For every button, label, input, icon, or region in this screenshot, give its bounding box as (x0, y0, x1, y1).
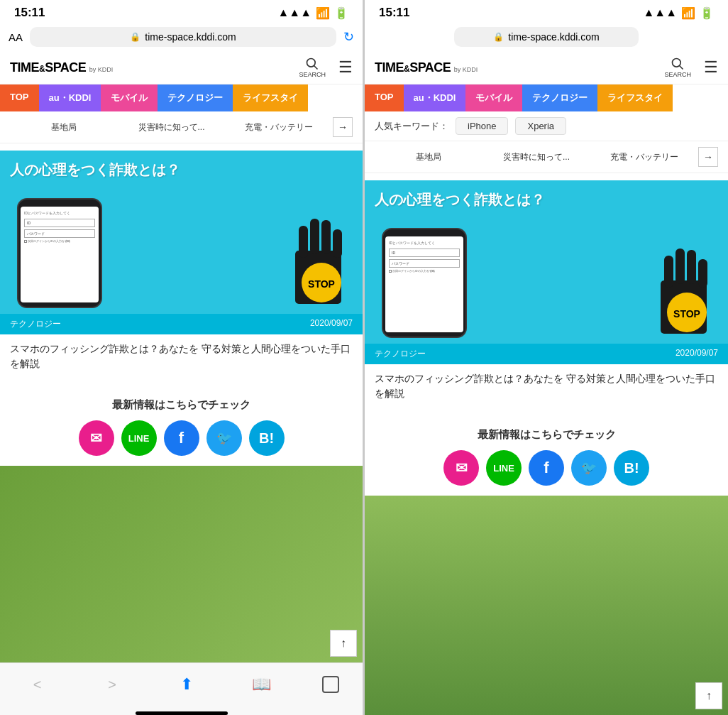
article-desc-left: スマホのフィッシング詐欺とは？あなたを 守る対策と人間心理をついた手口を解説 (0, 334, 363, 381)
hamburger-icon-right[interactable]: ☰ (704, 58, 718, 77)
logo-right: TIME&SPACE by KDDI (375, 60, 478, 75)
nav-tab-tech-left[interactable]: テクノロジー (158, 84, 233, 111)
nav-tab-top-right[interactable]: TOP (365, 84, 404, 111)
article-category-left: テクノロジー (10, 318, 61, 330)
site-header-right: TIME&SPACE by KDDI SEARCH ☰ (365, 51, 728, 84)
hamburger-icon-left[interactable]: ☰ (338, 58, 353, 77)
share-button-left[interactable]: ⬆ (172, 672, 201, 697)
email-share-button-left[interactable]: ✉ (79, 420, 114, 456)
checkbox-icon-left (24, 240, 27, 243)
nav-tab-life-left[interactable]: ライフスタイ (233, 84, 308, 111)
forward-button-left[interactable]: > (98, 672, 126, 697)
tabs-button-left[interactable] (322, 676, 339, 693)
scroll-arrow-right[interactable]: → (698, 147, 718, 167)
left-phone: 15:11 ▲▲▲ 📶 🔋 AA 🔒 time-space.kddi.com ↻… (0, 0, 363, 715)
keyword-iphone-right[interactable]: iPhone (456, 117, 508, 135)
social-section-left: 最新情報はこちらでチェック ✉ LINE f 🐦 B! (0, 388, 363, 466)
status-bar-right: 15:11 ▲▲▲ 📶 🔋 (365, 0, 728, 23)
social-buttons-right: ✉ LINE f 🐦 B! (375, 450, 718, 486)
back-button-left[interactable]: < (23, 672, 52, 697)
scroll-row-right: 基地局 災害時に知って... 充電・バッテリー → (365, 141, 728, 173)
svg-rect-5 (321, 220, 331, 254)
status-time-left: 15:11 (14, 6, 45, 20)
home-indicator-left (0, 711, 363, 715)
article-card-right[interactable]: 人の心理をつく詐欺とは？ IDとパスワードを入力してく ID パスワード 次回ロ… (365, 180, 728, 411)
lock-icon-right: 🔒 (493, 32, 504, 42)
scroll-row-left: 基地局 災害時に知って... 充電・バッテリー → (0, 111, 363, 143)
scroll-top-button-right[interactable]: ↑ (695, 682, 722, 709)
nav-tab-mobile-left[interactable]: モバイル (101, 84, 158, 111)
bookmarks-button-left[interactable]: 📖 (248, 672, 276, 697)
nav-tab-mobile-right[interactable]: モバイル (465, 84, 522, 111)
scroll-item-3-right[interactable]: 充電・バッテリー (590, 148, 698, 166)
keyword-xperia-right[interactable]: Xperia (515, 117, 566, 135)
line-share-button-right[interactable]: LINE (486, 450, 522, 486)
stop-label-left: STOP (308, 278, 335, 290)
twitter-share-button-right[interactable]: 🐦 (571, 450, 607, 486)
checkbox-icon-right (389, 270, 392, 273)
nav-tab-tech-right[interactable]: テクノロジー (522, 84, 597, 111)
bottom-nav-left: < > ⬆ 📖 (0, 662, 363, 711)
facebook-share-button-left[interactable]: f (164, 420, 199, 456)
phone-screen-left: IDとパスワードを入力してく ID パスワード 次回ログインからIDの入力を省略 (21, 207, 99, 302)
social-section-right: 最新情報はこちらでチェック ✉ LINE f 🐦 B! (365, 418, 728, 496)
wifi-icon: 📶 (316, 6, 330, 20)
article-date-left: 2020/09/07 (310, 318, 353, 330)
search-button-left[interactable]: SEARCH (299, 57, 326, 78)
url-text-left: time-space.kddi.com (145, 31, 236, 43)
scroll-item-1-left[interactable]: 基地局 (10, 119, 118, 136)
reload-icon[interactable]: ↻ (343, 29, 354, 45)
scroll-top-button-left[interactable]: ↑ (330, 630, 357, 657)
nav-tabs-right: TOP au・KDDI モバイル テクノロジー ライフスタイ (365, 84, 728, 111)
svg-point-8 (673, 59, 681, 67)
scroll-item-1-right[interactable]: 基地局 (375, 148, 482, 166)
nav-tab-life-right[interactable]: ライフスタイ (597, 84, 673, 111)
stop-hand-right: STOP (643, 241, 724, 344)
stop-hand-svg-right: STOP (643, 241, 724, 341)
scroll-item-2-right[interactable]: 災害時に知って... (482, 148, 590, 166)
home-bar-left (136, 711, 228, 715)
nav-tab-top-left[interactable]: TOP (0, 84, 39, 111)
battery-icon: 🔋 (334, 6, 348, 20)
hatena-share-button-right[interactable]: B! (614, 450, 649, 486)
email-share-button-right[interactable]: ✉ (443, 450, 479, 486)
twitter-share-button-left[interactable]: 🐦 (206, 420, 242, 456)
line-share-button-left[interactable]: LINE (121, 420, 157, 456)
search-button-right[interactable]: SEARCH (664, 57, 691, 78)
scroll-arrow-left[interactable]: → (333, 117, 353, 137)
hatena-share-button-left[interactable]: B! (249, 420, 285, 456)
svg-rect-3 (299, 226, 308, 258)
phone-pw-field-right: パスワード (389, 259, 460, 268)
search-label-left: SEARCH (299, 71, 326, 78)
phone-id-field-right: ID (389, 249, 460, 257)
facebook-share-button-right[interactable]: f (529, 450, 564, 486)
scroll-item-3-left[interactable]: 充電・バッテリー (225, 119, 333, 136)
social-title-right: 最新情報はこちらでチェック (375, 428, 718, 442)
keywords-label-right: 人気キーワード： (375, 120, 448, 133)
svg-rect-12 (675, 249, 685, 284)
article-card-left[interactable]: 人の心理をつく詐欺とは？ IDとパスワードを入力してく ID パスワード 次回ロ… (0, 151, 363, 381)
url-field-right[interactable]: 🔒 time-space.kddi.com (454, 27, 639, 47)
url-field-left[interactable]: 🔒 time-space.kddi.com (30, 27, 336, 47)
article-image-title-left: 人の心理をつく詐欺とは？ (10, 160, 180, 179)
phone-device-right: IDとパスワードを入力してく ID パスワード 次回ログインからIDの入力を省略 (382, 228, 467, 338)
scroll-item-2-left[interactable]: 災害時に知って... (118, 119, 226, 136)
social-title-left: 最新情報はこちらでチェック (10, 398, 353, 412)
svg-line-1 (314, 66, 318, 70)
url-bar-left[interactable]: AA 🔒 time-space.kddi.com ↻ (0, 23, 363, 51)
url-bar-right[interactable]: 🔒 time-space.kddi.com (365, 23, 728, 51)
svg-rect-13 (687, 250, 696, 284)
svg-point-0 (307, 59, 316, 67)
phone-screen-right: IDとパスワードを入力してく ID パスワード 次回ログインからIDの入力を省略 (385, 236, 463, 332)
nav-tab-au-right[interactable]: au・KDDI (404, 84, 466, 111)
nav-tab-au-left[interactable]: au・KDDI (39, 84, 101, 111)
article-image-title-right: 人の心理をつく詐欺とは？ (375, 190, 545, 209)
article-meta-left: テクノロジー 2020/09/07 (0, 314, 363, 334)
header-icons-right: SEARCH ☰ (664, 57, 718, 78)
signal-icon: ▲▲▲ (277, 6, 311, 19)
article-image-left: 人の心理をつく詐欺とは？ IDとパスワードを入力してく ID パスワード 次回ロ… (0, 151, 363, 314)
url-aa-left[interactable]: AA (9, 31, 23, 43)
phone-notch-left (45, 200, 74, 205)
logo-left: TIME&SPACE by KDDI (10, 60, 113, 75)
status-time-right: 15:11 (379, 6, 409, 20)
